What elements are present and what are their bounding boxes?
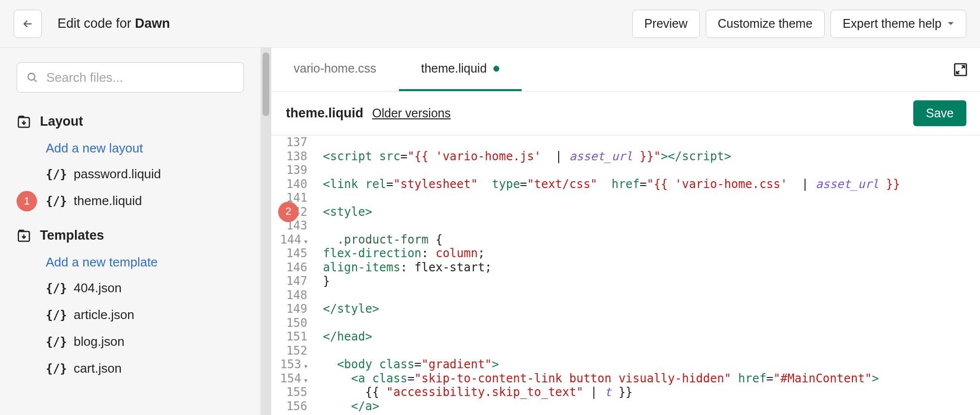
- code-file-icon: {/}: [46, 308, 67, 322]
- code-file-icon: {/}: [46, 194, 67, 208]
- code-line[interactable]: [323, 135, 980, 150]
- add-layout-link[interactable]: Add a new layout: [17, 136, 244, 161]
- section-title: Templates: [40, 228, 104, 243]
- line-number: 151: [271, 330, 307, 344]
- sidebar-resizer[interactable]: [261, 48, 271, 415]
- search-wrap: [17, 62, 244, 93]
- code-file-icon: {/}: [46, 168, 67, 181]
- caret-down-icon: [947, 21, 954, 26]
- line-number: 139: [271, 163, 307, 177]
- file-item-theme[interactable]: 1 {/} theme.liquid: [17, 188, 244, 214]
- title-prefix: Edit code for: [57, 16, 135, 31]
- code-line[interactable]: [323, 163, 980, 177]
- code-line[interactable]: <style>: [323, 205, 980, 219]
- line-number: 150: [271, 316, 307, 330]
- code-line[interactable]: </head>: [323, 330, 980, 344]
- code-line[interactable]: <script src="{{ 'vario-home.js' | asset_…: [323, 150, 980, 164]
- code-file-icon: {/}: [46, 362, 67, 376]
- code-editor[interactable]: 2137138139140141142143144145146147148149…: [271, 135, 980, 415]
- line-number: 145: [271, 246, 307, 261]
- search-input[interactable]: [17, 62, 244, 93]
- line-number: 144: [271, 233, 307, 247]
- code-line[interactable]: }: [323, 274, 980, 288]
- line-number: 149: [271, 302, 307, 316]
- expert-help-button[interactable]: Expert theme help: [830, 10, 966, 38]
- line-number: 154: [271, 372, 307, 386]
- code-line[interactable]: [323, 219, 980, 233]
- line-number: 153: [271, 358, 307, 372]
- code-line[interactable]: [323, 191, 980, 205]
- file-label: theme.liquid: [74, 193, 142, 208]
- code-content[interactable]: <script src="{{ 'vario-home.js' | asset_…: [313, 135, 980, 415]
- main-area: Layout Add a new layout {/} password.liq…: [0, 48, 980, 415]
- title-theme: Dawn: [135, 16, 170, 31]
- line-number: 146: [271, 261, 307, 275]
- tab-label: theme.liquid: [421, 61, 487, 75]
- expand-editor-button[interactable]: [948, 57, 973, 82]
- file-header: theme.liquid Older versions Save: [271, 92, 980, 135]
- header-left: Edit code for Dawn: [14, 10, 170, 38]
- current-file-name: theme.liquid: [286, 106, 363, 121]
- code-line[interactable]: </style>: [323, 302, 980, 316]
- code-line[interactable]: <link rel="stylesheet" type="text/css" h…: [323, 177, 980, 191]
- code-line[interactable]: align-items: flex-start;: [323, 261, 980, 275]
- line-number: 155: [271, 385, 307, 399]
- folder-download-icon: [17, 228, 31, 243]
- code-line[interactable]: {{ "accessibility.skip_to_text" | t }}: [323, 385, 980, 399]
- file-item-blog[interactable]: {/} blog.json: [17, 328, 244, 355]
- file-label: cart.json: [74, 361, 121, 376]
- app-header: Edit code for Dawn Preview Customize the…: [0, 0, 980, 48]
- scrollbar-thumb[interactable]: [263, 53, 269, 116]
- file-item-article[interactable]: {/} article.json: [17, 302, 244, 328]
- back-button[interactable]: [14, 10, 42, 38]
- preview-button[interactable]: Preview: [632, 10, 700, 38]
- expert-help-label: Expert theme help: [843, 17, 942, 31]
- line-number: 137: [271, 135, 307, 150]
- file-label: password.liquid: [74, 167, 161, 182]
- code-line[interactable]: [323, 316, 980, 330]
- line-number: 157: [271, 413, 307, 415]
- code-line[interactable]: [323, 413, 980, 415]
- tab-theme-liquid[interactable]: theme.liquid: [399, 48, 522, 91]
- save-button[interactable]: Save: [913, 100, 966, 126]
- customize-theme-button[interactable]: Customize theme: [706, 10, 825, 38]
- code-line[interactable]: </a>: [323, 399, 980, 414]
- code-line[interactable]: <a class="skip-to-content-link button vi…: [323, 372, 980, 386]
- line-number: 148: [271, 288, 307, 302]
- folder-download-icon: [17, 114, 31, 129]
- file-label: 404.json: [74, 281, 121, 296]
- code-line[interactable]: [323, 288, 980, 302]
- line-gutter: 2137138139140141142143144145146147148149…: [271, 135, 313, 415]
- arrow-left-icon: [21, 18, 34, 30]
- tab-vario-home-css[interactable]: vario-home.css: [271, 48, 399, 91]
- line-number: 152: [271, 344, 307, 358]
- file-label: blog.json: [74, 334, 124, 349]
- file-item-404[interactable]: {/} 404.json: [17, 275, 244, 302]
- add-template-link[interactable]: Add a new template: [17, 250, 244, 275]
- page-title: Edit code for Dawn: [57, 16, 170, 31]
- section-header-layout[interactable]: Layout: [17, 107, 244, 136]
- editor-pane: vario-home.css theme.liquid theme.liquid…: [271, 48, 980, 415]
- file-item-cart[interactable]: {/} cart.json: [17, 355, 244, 382]
- file-header-left: theme.liquid Older versions: [286, 106, 451, 121]
- line-number: 140: [271, 177, 307, 191]
- line-number: 138: [271, 150, 307, 164]
- older-versions-link[interactable]: Older versions: [372, 106, 451, 120]
- line-number: 147: [271, 274, 307, 288]
- section-title: Layout: [40, 114, 83, 129]
- file-item-password[interactable]: {/} password.liquid: [17, 161, 244, 188]
- modified-indicator-icon: [493, 66, 499, 72]
- code-line[interactable]: [323, 344, 980, 358]
- line-number: 156: [271, 399, 307, 414]
- code-line[interactable]: <body class="gradient">: [323, 358, 980, 372]
- tab-label: vario-home.css: [294, 61, 377, 75]
- section-header-templates[interactable]: Templates: [17, 221, 244, 250]
- code-line[interactable]: .product-form {: [323, 233, 980, 247]
- code-file-icon: {/}: [46, 335, 67, 349]
- code-line[interactable]: flex-direction: column;: [323, 246, 980, 261]
- file-label: article.json: [74, 307, 134, 322]
- file-sidebar: Layout Add a new layout {/} password.liq…: [0, 48, 261, 415]
- code-file-icon: {/}: [46, 282, 67, 295]
- expand-icon: [953, 62, 968, 77]
- annotation-badge-2: 2: [278, 202, 299, 222]
